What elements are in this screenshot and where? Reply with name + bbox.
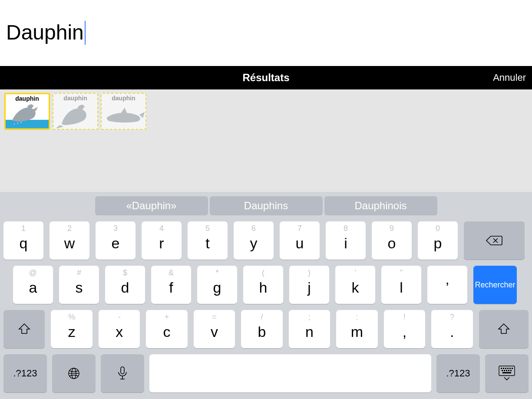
- dolphin-swim-grey-icon: [102, 102, 145, 129]
- key-main: w: [64, 236, 75, 251]
- key-f[interactable]: &f: [151, 266, 191, 304]
- svg-rect-18: [512, 368, 513, 369]
- result-card-1[interactable]: dauphin: [4, 93, 50, 130]
- key-main: d: [121, 280, 129, 295]
- svg-rect-16: [507, 368, 509, 369]
- results-bar: Résultats Annuler: [0, 66, 532, 89]
- key-secondary: @: [29, 268, 37, 277]
- key-main: a: [29, 280, 37, 295]
- key-w[interactable]: 2w: [50, 221, 89, 260]
- search-label: Rechercher: [475, 280, 515, 290]
- key-row-3: %z-x+c=v/b;n:m!,?.: [3, 310, 529, 348]
- key-h[interactable]: (h: [243, 266, 283, 304]
- key-j[interactable]: )j: [289, 266, 329, 304]
- key-i[interactable]: 8i: [326, 221, 366, 260]
- key-numsym-left[interactable]: .?123: [3, 354, 47, 392]
- key-shift-right[interactable]: [479, 310, 529, 348]
- key-main: o: [388, 236, 396, 251]
- key-y[interactable]: 6y: [234, 221, 274, 260]
- key-secondary: ”: [400, 268, 403, 277]
- key-punct-2[interactable]: ?.: [431, 310, 473, 348]
- key-l[interactable]: ”l: [381, 266, 421, 304]
- key-main: n: [305, 324, 314, 339]
- key-shift-left[interactable]: [3, 310, 45, 348]
- key-search[interactable]: Rechercher: [473, 266, 517, 304]
- key-v[interactable]: =v: [194, 310, 235, 348]
- key-secondary: 9: [390, 224, 394, 233]
- key-m[interactable]: :m: [336, 310, 377, 348]
- suggestion-2[interactable]: Dauphins: [210, 196, 323, 215]
- key-secondary: &: [169, 268, 174, 277]
- key-main: i: [344, 236, 347, 251]
- svg-rect-9: [121, 367, 124, 374]
- key-main: s: [76, 280, 83, 295]
- shift-icon: [497, 323, 510, 335]
- key-secondary: 6: [251, 224, 256, 233]
- key-main: y: [250, 236, 258, 251]
- key-d[interactable]: $d: [105, 266, 145, 304]
- key-secondary: #: [77, 268, 81, 277]
- shift-icon: [18, 323, 31, 335]
- key-o[interactable]: 9o: [372, 221, 412, 260]
- key-c[interactable]: +c: [146, 310, 187, 348]
- key-apostrophe[interactable]: ’: [427, 266, 467, 304]
- results-area: dauphin dauphin dauphin: [0, 89, 532, 192]
- result-card-2[interactable]: dauphin: [53, 93, 98, 130]
- key-main: f: [169, 280, 173, 295]
- key-secondary: !: [403, 313, 406, 322]
- key-row-1: 1q2w3e4r5t6y7u8i9o0p: [3, 221, 529, 260]
- key-k[interactable]: ’k: [335, 266, 375, 304]
- search-input[interactable]: Dauphin: [6, 20, 86, 46]
- key-numsym-right[interactable]: .?123: [436, 354, 480, 392]
- suggestion-3[interactable]: Dauphinois: [324, 196, 437, 215]
- key-secondary: 5: [205, 224, 210, 233]
- key-r[interactable]: 4r: [142, 221, 182, 260]
- svg-point-2: [14, 123, 15, 124]
- key-punct-1[interactable]: !,: [384, 310, 425, 348]
- key-z[interactable]: %z: [51, 310, 92, 348]
- key-secondary: %: [68, 313, 75, 322]
- svg-rect-15: [505, 368, 506, 369]
- svg-rect-13: [501, 368, 502, 369]
- key-mic[interactable]: [101, 354, 144, 392]
- key-g[interactable]: *g: [197, 266, 237, 304]
- key-globe[interactable]: [52, 354, 96, 392]
- search-input-text: Dauphin: [6, 21, 84, 44]
- key-main: m: [351, 324, 363, 339]
- key-main: ’: [446, 280, 449, 295]
- svg-rect-23: [510, 370, 512, 371]
- key-e[interactable]: 3e: [96, 221, 135, 260]
- key-q[interactable]: 1q: [3, 221, 43, 260]
- key-space[interactable]: [149, 354, 431, 392]
- key-p[interactable]: 0p: [418, 221, 458, 260]
- key-secondary: /: [261, 313, 263, 322]
- key-dismiss-keyboard[interactable]: [485, 354, 529, 392]
- numsym-label: .?123: [446, 369, 470, 378]
- key-secondary: 0: [436, 224, 440, 233]
- key-secondary: :: [356, 313, 358, 322]
- result-card-3[interactable]: dauphin: [101, 93, 146, 130]
- svg-rect-19: [502, 370, 503, 371]
- key-n[interactable]: ;n: [289, 310, 330, 348]
- key-b[interactable]: /b: [241, 310, 282, 348]
- key-t[interactable]: 5t: [188, 221, 228, 260]
- suggestion-1[interactable]: «Dauphin»: [95, 196, 208, 215]
- key-a[interactable]: @a: [13, 266, 53, 304]
- svg-rect-24: [502, 372, 511, 373]
- key-main: c: [163, 324, 171, 339]
- dismiss-keyboard-icon: [497, 365, 516, 382]
- cancel-button[interactable]: Annuler: [493, 72, 526, 83]
- dolphin-jump-grey-icon: [53, 102, 97, 129]
- key-secondary: 4: [159, 224, 164, 233]
- key-x[interactable]: -x: [99, 310, 140, 348]
- key-s[interactable]: #s: [59, 266, 99, 304]
- key-main: j: [307, 280, 311, 295]
- key-backspace[interactable]: [464, 221, 525, 260]
- key-main: v: [211, 324, 218, 339]
- svg-rect-14: [503, 368, 504, 369]
- key-main: h: [259, 280, 268, 295]
- key-u[interactable]: 7u: [280, 221, 320, 260]
- key-secondary: 3: [113, 224, 118, 233]
- key-secondary: -: [118, 313, 121, 322]
- key-main: p: [434, 236, 442, 251]
